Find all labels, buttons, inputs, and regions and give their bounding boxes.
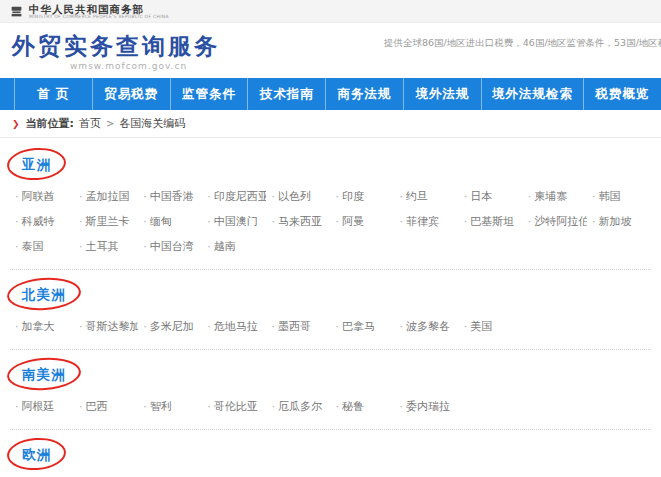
country-link[interactable]: ·波多黎各: [395, 314, 459, 339]
country-label: 以色列: [278, 190, 311, 203]
country-link[interactable]: ·中国澳门: [202, 209, 266, 234]
breadcrumb-home-link[interactable]: 首页: [79, 116, 101, 131]
country-label: 印度: [342, 190, 364, 203]
country-link[interactable]: ·泰国: [10, 234, 74, 259]
continent-section: 北美洲·加拿大·哥斯达黎加·多米尼加·危地马拉·墨西哥·巴拿马·波多黎各·美国: [10, 270, 651, 350]
bullet-dot: ·: [335, 190, 339, 203]
country-link[interactable]: ·约旦: [395, 184, 459, 209]
country-link[interactable]: ·越南: [202, 234, 266, 259]
bullet-dot: ·: [271, 320, 275, 333]
country-grid: ·加拿大·哥斯达黎加·多米尼加·危地马拉·墨西哥·巴拿马·波多黎各·美国: [10, 314, 651, 339]
country-link[interactable]: ·智利: [138, 394, 202, 419]
country-link[interactable]: ·柬埔寨: [523, 184, 587, 209]
country-link[interactable]: ·新加坡: [587, 209, 651, 234]
section-title: 亚洲: [20, 151, 53, 177]
country-link[interactable]: ·孟加拉国: [74, 184, 138, 209]
bullet-dot: ·: [79, 215, 83, 228]
bullet-dot: ·: [271, 190, 275, 203]
country-link[interactable]: ·沙特阿拉伯: [523, 209, 587, 234]
country-link[interactable]: ·韩国: [587, 184, 651, 209]
nav-tab-7[interactable]: 税费概览: [583, 78, 661, 110]
bullet-dot: ·: [207, 400, 211, 413]
country-link[interactable]: ·阿曼: [330, 209, 394, 234]
bullet-dot: ·: [400, 215, 404, 228]
country-link[interactable]: ·以色列: [266, 184, 330, 209]
country-label: 印度尼西亚: [214, 190, 267, 203]
country-link[interactable]: ·印度: [330, 184, 394, 209]
country-link[interactable]: ·马来西亚: [266, 209, 330, 234]
country-link[interactable]: ·印度尼西亚: [202, 184, 266, 209]
bullet-dot: ·: [143, 320, 147, 333]
country-link[interactable]: ·斯里兰卡: [74, 209, 138, 234]
section-title: 南美洲: [20, 361, 68, 387]
country-link[interactable]: ·巴西: [74, 394, 138, 419]
country-link[interactable]: ·厄瓜多尔: [266, 394, 330, 419]
bullet-dot: ·: [15, 400, 19, 413]
country-label: 韩国: [598, 190, 620, 203]
ministry-top-bar: 中华人民共和国商务部 MINISTRY OF COMMERCE PEOPLE'S…: [0, 0, 661, 23]
section-title-label: 南美洲: [22, 366, 66, 382]
country-link[interactable]: ·日本: [459, 184, 523, 209]
country-label: 新加坡: [598, 215, 631, 228]
country-label: 哥伦比亚: [214, 400, 258, 413]
bullet-dot: ·: [464, 215, 468, 228]
nav-tab-6[interactable]: 境外法规检索: [481, 78, 583, 110]
country-label: 孟加拉国: [86, 190, 130, 203]
country-link[interactable]: ·委内瑞拉: [395, 394, 459, 419]
site-logo-title[interactable]: 外贸实务查询服务: [12, 31, 220, 62]
bullet-dot: ·: [207, 240, 211, 253]
country-link[interactable]: ·墨西哥: [266, 314, 330, 339]
bullet-dot: ·: [15, 240, 19, 253]
country-link[interactable]: ·缅甸: [138, 209, 202, 234]
bullet-dot: ·: [528, 215, 532, 228]
section-title-label: 北美洲: [22, 286, 66, 302]
country-link[interactable]: ·美国: [459, 314, 523, 339]
country-label: 墨西哥: [278, 320, 311, 333]
country-label: 智利: [150, 400, 172, 413]
nav-left-stub: [0, 78, 14, 110]
country-grid: ·阿根廷·巴西·智利·哥伦比亚·厄瓜多尔·秘鲁·委内瑞拉: [10, 394, 651, 419]
country-link[interactable]: ·土耳其: [74, 234, 138, 259]
nav-tab-0[interactable]: 首 页: [14, 78, 92, 110]
country-link[interactable]: ·科威特: [10, 209, 74, 234]
nav-tab-4[interactable]: 商务法规: [325, 78, 403, 110]
country-link[interactable]: ·菲律宾: [395, 209, 459, 234]
bullet-dot: ·: [15, 215, 19, 228]
nav-tab-1[interactable]: 贸易税费: [92, 78, 170, 110]
section-title: 欧洲: [20, 441, 53, 467]
country-link[interactable]: ·中国台湾: [138, 234, 202, 259]
bullet-dot: ·: [79, 240, 83, 253]
country-link[interactable]: ·危地马拉: [202, 314, 266, 339]
country-label: 多米尼加: [150, 320, 194, 333]
bullet-dot: ·: [335, 320, 339, 333]
nav-tab-5[interactable]: 境外法规: [403, 78, 481, 110]
country-label: 厄瓜多尔: [278, 400, 322, 413]
country-label: 中国台湾: [150, 240, 194, 253]
country-link[interactable]: ·哥伦比亚: [202, 394, 266, 419]
country-label: 危地马拉: [214, 320, 258, 333]
country-link[interactable]: ·中国香港: [138, 184, 202, 209]
bullet-dot: ·: [464, 190, 468, 203]
breadcrumb-label: 当前位置:: [26, 116, 74, 131]
country-label: 马来西亚: [278, 215, 322, 228]
bullet-dot: ·: [207, 215, 211, 228]
nav-tab-3[interactable]: 技术指南: [247, 78, 325, 110]
bullet-dot: ·: [400, 400, 404, 413]
ministry-emblem-icon: [10, 5, 23, 18]
bullet-dot: ·: [207, 320, 211, 333]
country-link[interactable]: ·哥斯达黎加: [74, 314, 138, 339]
country-link[interactable]: ·加拿大: [10, 314, 74, 339]
country-link[interactable]: ·阿根廷: [10, 394, 74, 419]
site-tagline: 提供全球86国/地区进出口税费，46国/地区监管条件，53国/地区税费计算: [384, 37, 661, 50]
country-label: 缅甸: [150, 215, 172, 228]
country-link[interactable]: ·秘鲁: [330, 394, 394, 419]
country-label: 加拿大: [22, 320, 55, 333]
country-link[interactable]: ·阿联酋: [10, 184, 74, 209]
country-link[interactable]: ·巴基斯坦: [459, 209, 523, 234]
bullet-dot: ·: [271, 400, 275, 413]
country-label: 菲律宾: [406, 215, 439, 228]
breadcrumb: ❯ 当前位置: 首页 > 各国海关编码: [0, 110, 661, 138]
country-link[interactable]: ·巴拿马: [330, 314, 394, 339]
nav-tab-2[interactable]: 监管条件: [170, 78, 248, 110]
country-link[interactable]: ·多米尼加: [138, 314, 202, 339]
